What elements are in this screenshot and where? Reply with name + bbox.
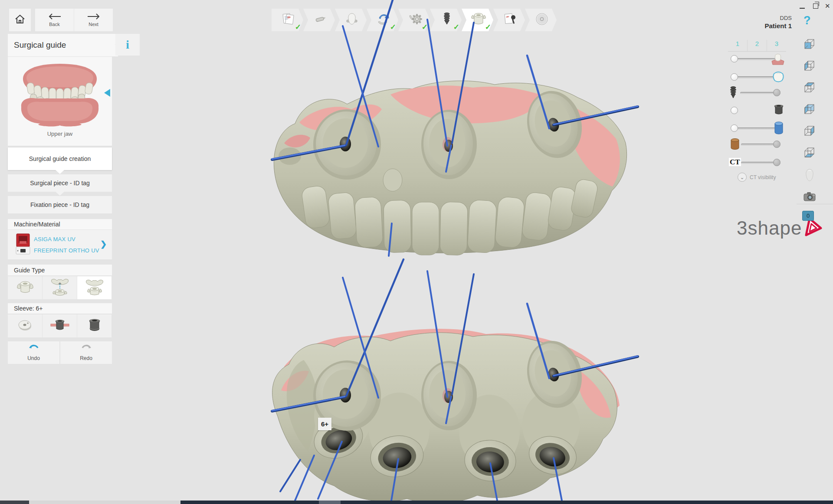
tab-1[interactable]: 1 xyxy=(728,40,748,51)
home-button[interactable] xyxy=(9,9,31,31)
implant-icon xyxy=(441,12,451,28)
jaw-flip-arrow[interactable] xyxy=(104,89,110,97)
redo-label: Redo xyxy=(80,355,92,361)
back-label: Back xyxy=(49,22,59,27)
undo-button[interactable]: Undo xyxy=(8,341,59,364)
next-label: Next xyxy=(89,22,98,27)
close-icon: ✕ xyxy=(825,2,830,10)
view-cube-bottom[interactable] xyxy=(803,146,815,160)
pins-color-icon xyxy=(730,138,740,153)
chevron-right-icon: ❯ xyxy=(100,239,107,249)
sidebar-title-bar: Surgical guide xyxy=(8,34,118,56)
guide-two-piece-icon xyxy=(85,278,105,298)
sleeve-option-sleeve[interactable] xyxy=(77,314,112,337)
next-button[interactable]: Next xyxy=(74,9,113,31)
pins-slider-knob[interactable] xyxy=(773,141,781,148)
workflow-step-anatomy[interactable] xyxy=(335,9,367,31)
check-icon: ✓ xyxy=(485,23,491,32)
info-button[interactable]: i xyxy=(115,34,140,56)
help-button[interactable]: ? xyxy=(803,14,811,27)
sidebar-step-surgical-piece-id-tag[interactable]: Surgical piece - ID tag xyxy=(8,174,112,192)
check-icon: ✓ xyxy=(295,23,301,32)
workflow-step-implants[interactable]: ✓ xyxy=(430,9,462,31)
sidebar-step-fixation-piece-id-tag[interactable]: Fixation piece - ID tag xyxy=(8,196,112,213)
guide-type-header: Guide Type xyxy=(8,265,112,275)
workflow-step-implant-planning[interactable]: ✓ xyxy=(398,9,430,31)
ct-visibility-toggle[interactable]: ⌄ CT visibility xyxy=(738,173,776,182)
teeth-slider-knob[interactable] xyxy=(731,73,738,81)
material-name: FREEPRINT ORTHO UV xyxy=(34,247,99,254)
annotation-count-badge[interactable]: 0 xyxy=(802,211,814,221)
close-button[interactable]: ✕ xyxy=(825,2,830,10)
guide-sleeve-discs-upper xyxy=(313,85,589,180)
redo-button[interactable]: Redo xyxy=(60,341,112,364)
sidebar-step-surgical-guide-creation[interactable]: Surgical guide creation xyxy=(8,147,112,170)
view-cube-front[interactable] xyxy=(803,38,815,52)
workflow-step-export[interactable] xyxy=(525,9,557,31)
guide-slider-track[interactable] xyxy=(734,128,776,130)
guide-slider-knob[interactable] xyxy=(731,124,738,132)
workflow-step-scan-alignment[interactable]: ✓ xyxy=(367,9,398,31)
sleeves-slider-knob[interactable] xyxy=(731,107,738,114)
teeth-slider-track[interactable] xyxy=(734,76,776,79)
anatomy-icon xyxy=(344,12,358,28)
undo-label: Undo xyxy=(27,355,40,361)
ct-slider-track[interactable] xyxy=(741,162,777,164)
help-icon: ? xyxy=(803,14,811,27)
restore-button[interactable] xyxy=(813,3,820,9)
guide-type-two-piece[interactable] xyxy=(77,276,112,299)
sleeve-with-pin-icon xyxy=(50,318,70,334)
sleeve-option-sleeve-with-pin[interactable] xyxy=(43,314,77,337)
step-label: Fixation piece - ID tag xyxy=(30,201,89,208)
ct-label: CT xyxy=(729,158,741,166)
slider-teeth xyxy=(728,70,789,85)
back-button[interactable]: Back xyxy=(35,9,74,31)
view-cube-back[interactable] xyxy=(803,103,815,117)
guide-color-icon xyxy=(773,121,784,137)
back-arrow-icon xyxy=(48,13,61,21)
implants-slider-knob[interactable] xyxy=(773,89,781,96)
tooth-view-icon[interactable] xyxy=(803,168,816,184)
next-arrow-icon xyxy=(87,13,100,21)
tab-2[interactable]: 2 xyxy=(748,40,767,51)
sleeve-option-disc[interactable] xyxy=(8,314,42,337)
screenshot-camera-icon[interactable] xyxy=(803,191,816,204)
tab-3[interactable]: 3 xyxy=(767,40,786,51)
workflow-step-scan-data[interactable] xyxy=(303,9,335,31)
panel-divider xyxy=(797,204,833,204)
visibility-tabs: 1 2 3 xyxy=(728,40,786,52)
scan-alignment-icon xyxy=(375,12,390,28)
sleeve-header: Sleeve: 6+ xyxy=(8,303,112,314)
home-icon xyxy=(14,13,26,26)
guide-single-icon xyxy=(16,279,34,297)
workflow-step-case-prescription[interactable]: ✓ xyxy=(272,9,303,31)
jaw-preview-image xyxy=(14,60,105,129)
upper-jaw-model xyxy=(272,0,638,256)
redo-icon xyxy=(81,344,92,354)
machine-material-item[interactable]: ASIGA MAX UV FREEPRINT ORTHO UV ❯ xyxy=(8,230,112,259)
slider-pins xyxy=(728,137,789,152)
view-cube-top[interactable] xyxy=(803,81,815,95)
surgical-guide-model xyxy=(272,259,638,503)
workflow-step-surgical-guide[interactable]: ✓ xyxy=(462,9,493,31)
minimize-button[interactable] xyxy=(800,5,806,10)
view-cube-right[interactable] xyxy=(803,124,815,138)
printer-icon xyxy=(16,233,30,257)
viewport-3d[interactable] xyxy=(0,0,833,504)
guide-type-two-piece-separated[interactable] xyxy=(43,276,77,299)
view-cube-left[interactable] xyxy=(803,59,815,73)
jaw-scan-slider-track[interactable] xyxy=(734,58,776,60)
jaw-scan-icon xyxy=(771,52,785,67)
export-disc-icon xyxy=(533,12,549,28)
patient-name: Patient 1 xyxy=(764,22,792,29)
workflow-step-id-tags-report[interactable] xyxy=(493,9,525,31)
ct-slider-knob[interactable] xyxy=(773,159,781,166)
sleeve-disc-icon xyxy=(17,318,33,334)
undo-icon xyxy=(28,344,39,354)
anchor-pins-lower xyxy=(272,259,638,501)
implants-slider-track[interactable] xyxy=(740,92,777,94)
guide-type-single-piece[interactable] xyxy=(8,276,42,299)
jaw-scan-slider-knob[interactable] xyxy=(731,55,738,62)
teeth-icon xyxy=(771,70,785,85)
pins-slider-track[interactable] xyxy=(741,144,777,146)
